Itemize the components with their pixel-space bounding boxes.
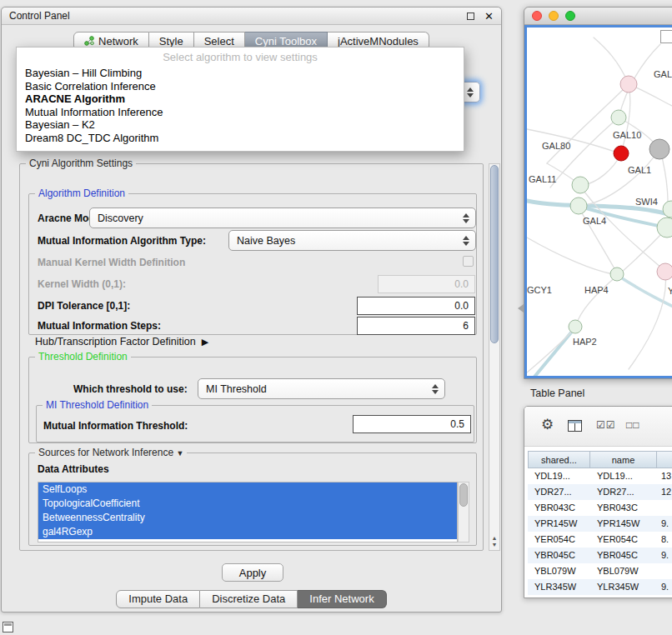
- zoom-button[interactable]: [565, 11, 575, 21]
- table-cell: 9.: [657, 579, 672, 595]
- algorithm-dropdown-popup: Select algorithm to view settings Bayesi…: [16, 47, 464, 152]
- float-panel-icon[interactable]: [467, 12, 474, 20]
- table-row[interactable]: YBL079WYBL079W: [528, 563, 672, 579]
- scrollbar-thumb[interactable]: [459, 483, 468, 507]
- table-row[interactable]: YBR043CYBR043C: [528, 500, 672, 516]
- network-node-3[interactable]: [649, 139, 669, 159]
- network-node-7[interactable]: [657, 218, 672, 238]
- table-cell: YLR345W: [590, 579, 657, 595]
- network-node-1[interactable]: [611, 110, 626, 125]
- which-threshold-select[interactable]: MI Threshold: [198, 378, 445, 399]
- algorithm-definition-title: Algorithm Definition: [35, 188, 128, 199]
- network-node-0[interactable]: [620, 76, 637, 92]
- dpi-tolerance-field[interactable]: 0.0: [357, 297, 475, 315]
- table-row[interactable]: YPR145WYPR145W9.: [528, 516, 672, 532]
- column-selector-icon[interactable]: [568, 420, 582, 435]
- mi-steps-field[interactable]: 6: [357, 317, 475, 335]
- settings-gear-icon[interactable]: ⚙: [541, 418, 554, 432]
- table-cell: 12: [657, 484, 672, 500]
- network-node-8[interactable]: [610, 268, 624, 281]
- splitter-collapse-arrow[interactable]: [514, 304, 524, 312]
- network-node-2[interactable]: [614, 146, 629, 161]
- bottom-tab-discretize-data[interactable]: Discretize Data: [200, 590, 298, 608]
- bottom-tab-impute-data[interactable]: Impute Data: [116, 590, 200, 608]
- network-node-4[interactable]: [572, 177, 589, 193]
- network-canvas[interactable]: GAL80GAL80GAL10GAL1GAL11SWI4GAL4GCY1HAP4…: [524, 25, 672, 378]
- table-cell: YBR045C: [590, 548, 657, 563]
- table-cell: YBL079W: [528, 563, 590, 579]
- close-button[interactable]: [532, 11, 542, 21]
- table-row[interactable]: YER054CYER054C8.: [528, 532, 672, 548]
- table-row[interactable]: YDL19...YDL19...13: [528, 468, 672, 484]
- table-column-header[interactable]: [657, 451, 672, 468]
- close-panel-icon[interactable]: ✕: [484, 11, 494, 22]
- mi-threshold-field[interactable]: 0.5: [353, 415, 471, 433]
- expand-arrow-icon: ▶: [202, 337, 208, 348]
- table-row[interactable]: YBR045CYBR045C9.: [528, 548, 672, 563]
- manual-kernel-width-checkbox[interactable]: [463, 256, 474, 267]
- node-label-gal80: GAL80: [654, 69, 672, 79]
- network-edge: [617, 275, 672, 314]
- aracne-mode-select[interactable]: Discovery: [89, 208, 476, 228]
- table-row[interactable]: YJL052CYJL052C: [528, 595, 672, 598]
- hub-definition-section[interactable]: Hub/Transcription Factor Definition ▶: [35, 336, 208, 348]
- dropdown-item-basic-correlation-inference[interactable]: Basic Correlation Inference: [17, 80, 464, 93]
- sources-group: Sources for Network Inference ▼ Data Att…: [28, 452, 477, 546]
- network-edge: [527, 238, 614, 274]
- node-label-gal1: GAL1: [628, 165, 651, 175]
- table-cell: 8.: [657, 532, 672, 548]
- sources-title-text: Sources for Network Inference: [38, 447, 173, 458]
- table-cell: YDR27...: [528, 484, 590, 500]
- data-attribute-item-betweennesscentrality[interactable]: BetweennessCentrality: [38, 511, 457, 525]
- table-cell: YBR043C: [590, 500, 657, 516]
- network-edge: [527, 328, 575, 372]
- combo-arrows-icon: [463, 236, 470, 246]
- select-none-icon[interactable]: □□: [626, 419, 640, 431]
- data-attributes-label: Data Attributes: [38, 463, 109, 475]
- table-cell: 13: [657, 468, 672, 484]
- table-row[interactable]: YDR27...YDR27...12: [528, 484, 672, 500]
- dropdown-item-aracne-algorithm[interactable]: ARACNE Algorithm: [17, 92, 464, 106]
- sources-group-title[interactable]: Sources for Network Inference ▼: [35, 447, 187, 458]
- node-label-gal10: GAL10: [613, 130, 641, 140]
- table-cell: YBR045C: [528, 548, 590, 563]
- table-cell: [657, 500, 672, 516]
- scrollbar-arrows-icon[interactable]: ▲▼: [489, 535, 499, 548]
- select-all-checked-icon[interactable]: ☑☑: [596, 419, 616, 431]
- network-node-10[interactable]: [569, 320, 582, 333]
- combo-arrows-icon: [467, 88, 474, 98]
- data-attribute-item-selfloops[interactable]: SelfLoops: [38, 482, 457, 497]
- table-row[interactable]: YLR345WYLR345W9.: [528, 579, 672, 595]
- data-attribute-item-gal4rgexp[interactable]: gal4RGexp: [38, 525, 457, 539]
- table-panel-title: Table Panel: [530, 388, 584, 399]
- settings-scrollbar[interactable]: ▲▼: [489, 163, 500, 551]
- combo-arrows-icon: [463, 213, 470, 223]
- network-node-5[interactable]: [570, 198, 587, 214]
- dropdown-item-bayesian-k2[interactable]: Bayesian – K2: [17, 118, 464, 132]
- network-node-9[interactable]: [657, 263, 672, 280]
- collapse-arrow-icon: ▼: [176, 449, 183, 458]
- node-label-y: Y: [668, 286, 672, 296]
- mi-algorithm-type-select[interactable]: Naive Bayes: [228, 230, 476, 251]
- scrollbar-thumb[interactable]: [490, 165, 499, 343]
- network-view-window: GAL80GAL80GAL10GAL1GAL11SWI4GAL4GCY1HAP4…: [524, 7, 672, 379]
- cyni-algorithm-settings-group: Cyni Algorithm Settings Algorithm Defini…: [19, 163, 484, 551]
- dropdown-item-mutual-information-inference[interactable]: Mutual Information Inference: [17, 106, 464, 119]
- table-cell: YBL079W: [590, 563, 657, 579]
- table-column-header[interactable]: shared...: [528, 451, 590, 468]
- minimize-button[interactable]: [549, 11, 559, 21]
- node-label-swi4: SWI4: [635, 197, 658, 207]
- collapsed-panel-icon[interactable]: [3, 622, 13, 632]
- dropdown-item-bayesian-hill-climbing[interactable]: Bayesian – Hill Climbing: [17, 67, 464, 80]
- table-cell: YDL19...: [590, 468, 657, 484]
- table-cell: YDL19...: [528, 468, 590, 484]
- list-scrollbar[interactable]: [458, 482, 469, 542]
- table-header-row: shared...name: [528, 451, 672, 468]
- dropdown-item-dream8-dc-tdc-algorithm[interactable]: Dream8 DC_TDC Algorithm: [17, 132, 464, 145]
- apply-button[interactable]: Apply: [222, 563, 283, 582]
- node-label-gal4: GAL4: [583, 216, 606, 226]
- hub-definition-label: Hub/Transcription Factor Definition: [35, 336, 196, 348]
- data-attribute-item-topologicalcoefficient[interactable]: TopologicalCoefficient: [38, 497, 457, 511]
- bottom-tab-infer-network[interactable]: Infer Network: [298, 590, 386, 608]
- table-column-header[interactable]: name: [590, 451, 657, 468]
